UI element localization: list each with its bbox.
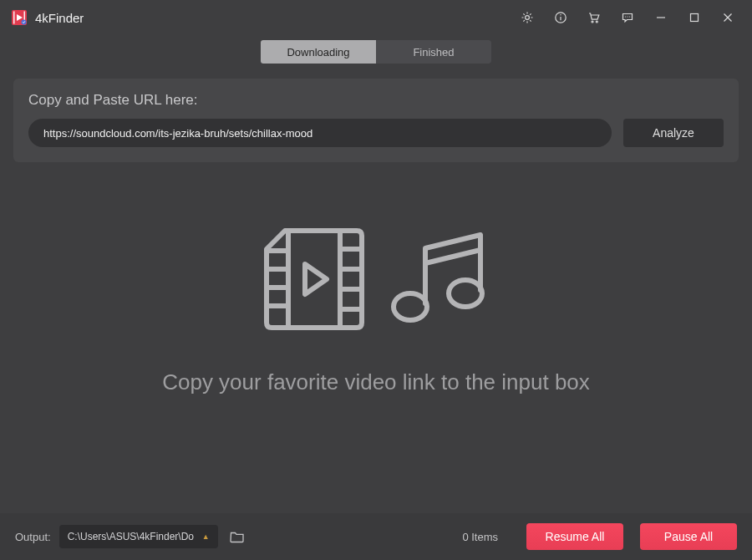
output-path-text: C:\Users\ASUS\4kFinder\Do <box>68 531 197 542</box>
app-logo-icon <box>12 10 27 25</box>
svg-marker-28 <box>305 264 327 294</box>
music-note-icon <box>389 230 489 332</box>
tab-finished[interactable]: Finished <box>376 40 491 64</box>
svg-line-29 <box>425 250 480 263</box>
svg-rect-1 <box>13 12 15 24</box>
pause-all-button[interactable]: Pause All <box>640 523 737 550</box>
items-count: 0 Items <box>462 531 498 543</box>
output-label: Output: <box>15 531 51 543</box>
tab-downloading[interactable]: Downloading <box>261 40 376 64</box>
svg-rect-15 <box>691 14 699 22</box>
svg-point-8 <box>560 14 561 15</box>
hero-text: Copy your favorite video link to the inp… <box>162 369 590 395</box>
svg-point-5 <box>526 16 530 20</box>
svg-point-12 <box>627 16 628 17</box>
caret-up-icon: ▲ <box>202 532 210 541</box>
output-path-dropdown[interactable]: C:\Users\ASUS\4kFinder\Do ▲ <box>59 525 218 548</box>
tabs: Downloading Finished <box>0 35 752 74</box>
tab-group: Downloading Finished <box>261 40 491 64</box>
svg-point-11 <box>625 16 626 17</box>
minimize-button[interactable] <box>648 5 673 30</box>
maximize-button[interactable] <box>682 5 707 30</box>
footer: Output: C:\Users\ASUS\4kFinder\Do ▲ 0 It… <box>0 513 752 560</box>
url-label: Copy and Paste URL here: <box>28 92 724 109</box>
titlebar: 4kFinder <box>0 0 752 35</box>
analyze-button[interactable]: Analyze <box>623 119 724 147</box>
close-button[interactable] <box>715 5 740 30</box>
svg-point-13 <box>629 16 630 17</box>
url-panel: Copy and Paste URL here: Analyze <box>13 79 739 162</box>
feedback-icon[interactable] <box>615 5 640 30</box>
url-input[interactable] <box>28 119 612 147</box>
film-icon <box>263 226 365 336</box>
open-folder-button[interactable] <box>226 526 248 547</box>
cart-icon[interactable] <box>582 5 607 30</box>
svg-point-31 <box>449 280 482 307</box>
info-icon[interactable] <box>548 5 573 30</box>
svg-point-10 <box>596 21 597 23</box>
settings-icon[interactable] <box>515 5 540 30</box>
svg-point-30 <box>394 293 427 320</box>
hero: Copy your favorite video link to the inp… <box>0 226 752 395</box>
svg-point-9 <box>592 21 593 23</box>
resume-all-button[interactable]: Resume All <box>526 523 623 550</box>
app-title: 4kFinder <box>35 11 84 25</box>
